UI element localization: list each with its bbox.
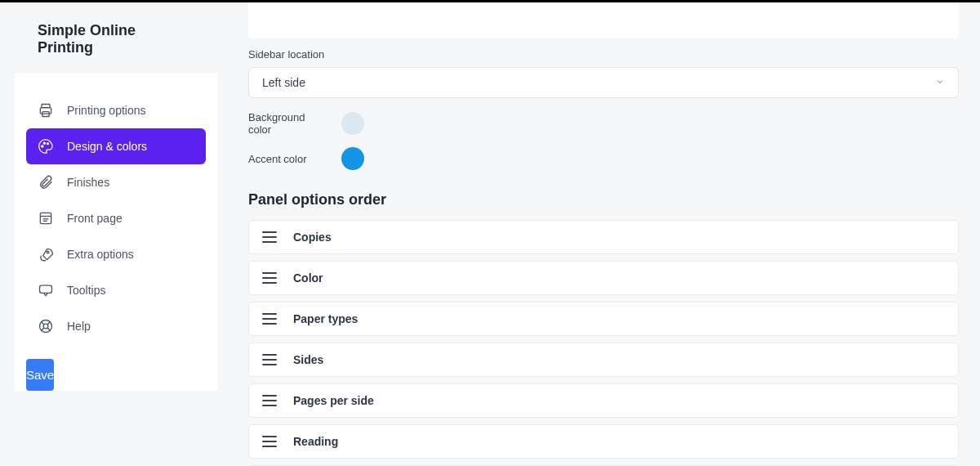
svg-line-14	[41, 321, 44, 325]
svg-point-5	[47, 143, 49, 145]
background-color-swatch[interactable]	[341, 112, 364, 135]
drag-handle-icon[interactable]	[262, 354, 277, 365]
save-button[interactable]: Save	[26, 359, 54, 391]
panel-item-label: Pages per side	[293, 394, 374, 407]
panel-item[interactable]: Copies	[248, 220, 959, 254]
drag-handle-icon[interactable]	[262, 231, 277, 243]
panel-item[interactable]: Reading	[248, 424, 959, 459]
chevron-down-icon	[935, 76, 945, 89]
sidebar-item-extra-options[interactable]: Extra options	[26, 236, 206, 272]
sidebar-item-front-page[interactable]: Front page	[26, 200, 206, 236]
panel-order-list: Copies Color Paper types Sides Pages per…	[248, 220, 959, 466]
drag-handle-icon[interactable]	[262, 436, 277, 447]
svg-point-10	[47, 251, 49, 253]
sidebar-item-finishes[interactable]: Finishes	[26, 164, 206, 200]
svg-point-13	[43, 324, 48, 329]
panel-item-label: Paper types	[293, 312, 358, 325]
sidebar-item-label: Design & colors	[67, 140, 147, 153]
background-color-label: Background color	[248, 111, 330, 136]
svg-point-3	[42, 146, 43, 147]
panel-item[interactable]: Paper types	[248, 302, 959, 336]
svg-line-15	[47, 321, 51, 325]
svg-rect-6	[40, 213, 51, 223]
accent-color-swatch[interactable]	[341, 147, 364, 170]
select-value: Left side	[262, 76, 305, 89]
sidebar-item-printing-options[interactable]: Printing options	[26, 92, 206, 128]
sidebar-item-label: Extra options	[67, 248, 134, 261]
svg-line-17	[47, 328, 51, 331]
accent-color-label: Accent color	[248, 153, 330, 165]
panel-order-heading: Panel options order	[248, 191, 959, 208]
attachment-icon	[38, 174, 54, 190]
rocket-icon	[38, 246, 54, 262]
panel-item[interactable]: Sides	[248, 343, 959, 377]
sidebar-item-tooltips[interactable]: Tooltips	[26, 272, 206, 308]
sidebar-location-select[interactable]: Left side	[248, 67, 959, 98]
sidebar-item-design-colors[interactable]: Design & colors	[26, 128, 206, 164]
sidebar-location-label: Sidebar location	[248, 48, 959, 60]
sidebar-item-label: Printing options	[67, 104, 146, 117]
printer-icon	[38, 102, 54, 119]
panel-item[interactable]: Pages per side	[248, 383, 959, 418]
sidebar-item-label: Front page	[67, 212, 122, 225]
help-icon	[38, 318, 54, 334]
panel-item-label: Color	[293, 271, 323, 285]
sidebar-item-label: Help	[67, 320, 91, 333]
app-title: Simple Online Printing	[15, 2, 217, 73]
svg-rect-11	[40, 285, 52, 293]
panel-item-label: Sides	[293, 353, 323, 366]
panel-item[interactable]: Color	[248, 261, 959, 295]
frontpage-icon	[38, 210, 54, 226]
panel-item-label: Reading	[293, 435, 338, 448]
tooltip-icon	[38, 282, 54, 298]
panel-item-label: Copies	[293, 231, 332, 244]
sidebar-item-help[interactable]: Help	[26, 308, 206, 344]
svg-point-4	[43, 142, 45, 144]
svg-line-16	[41, 328, 44, 331]
drag-handle-icon[interactable]	[262, 313, 277, 325]
sidebar-item-label: Tooltips	[67, 284, 105, 297]
top-panel-placeholder	[248, 2, 959, 38]
sidebar-item-label: Finishes	[67, 176, 109, 189]
design-icon	[38, 138, 54, 155]
drag-handle-icon[interactable]	[262, 395, 277, 406]
drag-handle-icon[interactable]	[262, 272, 277, 284]
